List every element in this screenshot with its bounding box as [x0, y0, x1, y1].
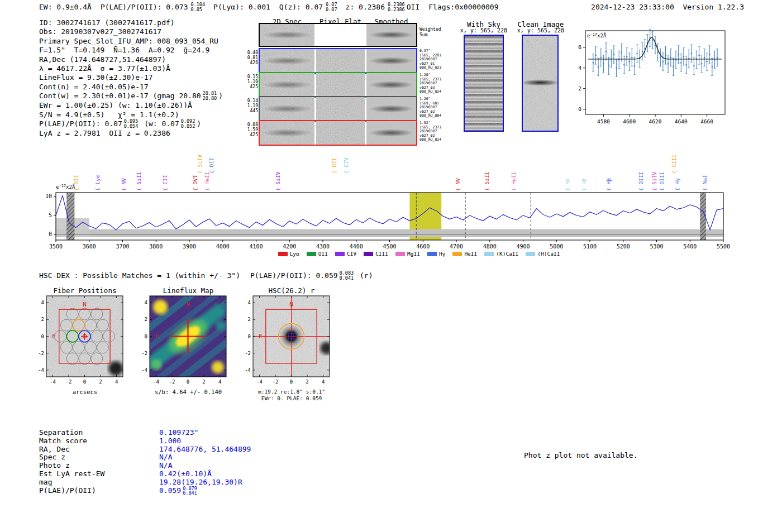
svg-text:N: N [289, 301, 293, 308]
svg-text:E: E [259, 333, 263, 340]
plae-poii-range: 0.1040.05 [190, 2, 205, 12]
legend-item: MgII [395, 251, 420, 257]
svg-text:2: 2 [578, 85, 581, 92]
svg-text:4700: 4700 [450, 243, 463, 250]
svg-text:N: N [186, 301, 190, 308]
header-line: EW: 0.9±0.4Å P(LAE)/P(OII): 0.073 0.1040… [39, 3, 507, 12]
obs-id: Obs: 20190307v027_3002741617 [39, 27, 223, 36]
svg-text:2: 2 [202, 379, 205, 385]
svg-text:-2: -2 [273, 379, 279, 385]
svg-text:{ NaI: { NaI [702, 175, 708, 191]
svg-text:5000: 5000 [550, 243, 563, 250]
svg-text:4000: 4000 [216, 243, 230, 250]
svg-text:0: 0 [145, 334, 147, 339]
svg-text:4600: 4600 [416, 243, 430, 250]
svg-text:-4: -4 [50, 379, 56, 385]
svg-text:{ Hδ: { Hδ [581, 178, 587, 191]
table-row: mag19.28(19.26,19.30)R [39, 478, 251, 487]
spec2d-row-border [259, 23, 417, 47]
svg-text:-2: -2 [141, 351, 147, 356]
table-plae-range: 0.0790.041 [183, 486, 197, 496]
svg-text:{ SiIV: { SiIV [197, 154, 203, 174]
legend-label: (K)CaII [496, 251, 518, 257]
svg-text:{ NV: { NV [455, 178, 461, 191]
legend-swatch [364, 252, 373, 256]
table-row: Photo zN/A [39, 462, 251, 470]
svg-text:4: 4 [41, 300, 44, 305]
svg-text:5200: 5200 [617, 243, 630, 250]
qz-range: 0.070.07 [326, 2, 337, 12]
redshift-solutions: LyA z = 2.7981 OII z = 0.2386 [39, 129, 223, 138]
svg-text:2: 2 [41, 317, 44, 322]
svg-text:2: 2 [145, 317, 147, 322]
svg-text:{ SiIV: { SiIV [275, 171, 281, 191]
table-row: P(LAE)/P(OII)0.0590.0790.041 [39, 487, 251, 496]
legend-label: Lyα [290, 251, 299, 257]
cont-n: Cont(n) = 2.40(±0.05)e-17 [39, 83, 223, 92]
legend-label: OII [318, 251, 328, 257]
svg-text:0: 0 [187, 379, 189, 385]
spec2d-row-border [259, 72, 417, 98]
svg-text:5: 5 [49, 212, 52, 218]
legend-label: MgII [407, 251, 420, 257]
legend-label: (H)CaII [537, 251, 560, 257]
table-row: RA, Dec174.648776, 51.464899 [39, 445, 251, 454]
svg-text:-4: -4 [256, 379, 263, 385]
lineflux-caption: s/b: 4.64 +/- 0.140 [138, 389, 239, 395]
wavelength-sigma: λ = 4617.22Å σ = 3.77(±1.03)Å [39, 64, 223, 73]
legend-swatch [335, 252, 345, 256]
spectrum-legend: LyαOIICIVCIIIMgIIHγHeII(K)CaII(H)CaII [246, 251, 592, 257]
weighted-sum-label: WeightedSum [419, 27, 441, 37]
legend-item: CIV [335, 251, 356, 257]
svg-text:4100: 4100 [249, 243, 263, 250]
lineflux-map-panel: NE-4-4-2-2002244 [134, 295, 230, 390]
legend-item: (H)CaII [526, 251, 560, 257]
svg-text:4600: 4600 [623, 118, 636, 124]
timestamp-version: 2024-12-23 23:33:00 Version 1.22.3 [591, 3, 744, 12]
table-row: Est LyA rest-EW0.42(±0.10)Å [39, 470, 251, 478]
svg-text:3800: 3800 [149, 243, 163, 250]
hsc-image-panel: NE-4-4-2-2002244 [237, 295, 333, 390]
svg-text:2: 2 [99, 379, 102, 385]
svg-text:4580: 4580 [597, 118, 610, 124]
svg-text:0: 0 [83, 379, 86, 385]
svg-text:10: 10 [45, 193, 52, 199]
svg-text:-4: -4 [141, 367, 147, 373]
match-table: Separation0.109723" Match score1.000 RA,… [39, 429, 251, 496]
svg-text:{ CII: { CII [162, 175, 168, 191]
svg-text:e-17x2Å: e-17x2Å [587, 32, 607, 39]
spec2d-row-border [259, 48, 417, 74]
svg-text:4620: 4620 [649, 118, 662, 124]
legend-swatch [427, 252, 437, 256]
qz-value: Q(z): 0.07 [279, 3, 323, 12]
svg-text:{ HeII: { HeII [511, 172, 517, 191]
hsc-plae-filter: (r) [355, 271, 373, 280]
legend-swatch [526, 252, 535, 256]
svg-text:{ CIII: { CIII [671, 155, 677, 174]
svg-text:4660: 4660 [700, 118, 713, 124]
svg-text:E: E [155, 333, 159, 340]
flags-value: Flags:0x00000009 [428, 3, 498, 12]
svg-text:{ OII: { OII [73, 175, 79, 191]
svg-text:{ SiII: { SiII [136, 172, 142, 191]
svg-text:3500: 3500 [49, 243, 63, 250]
svg-text:4: 4 [145, 300, 147, 305]
svg-text:4: 4 [322, 379, 325, 385]
svg-text:4: 4 [248, 300, 251, 305]
svg-text:{ CIV: { CIV [343, 157, 349, 174]
lineflux-map-title: Lineflux Map [138, 286, 239, 295]
svg-text:5400: 5400 [683, 243, 697, 250]
svg-text:N: N [83, 301, 87, 308]
svg-text:0: 0 [578, 106, 581, 112]
detection-info-block: ID: 3002741617 (3002741617.pdf) Obs: 201… [39, 18, 223, 138]
with-sky-coords: x, y: 565, 228 [456, 27, 512, 33]
svg-text:3600: 3600 [83, 243, 96, 250]
svg-text:3900: 3900 [183, 243, 196, 250]
hsc-plae-range: 0.0830.041 [340, 271, 354, 280]
fiber-positions-panel: NE-4-4-2-2002244 [31, 295, 127, 390]
svg-text:{ SiIV: { SiIV [651, 171, 657, 191]
table-row: Spec zN/A [39, 453, 251, 462]
legend-label: CIV [347, 251, 356, 257]
full-spectrum-plot: 3500360037003800390040004100420043004400… [34, 144, 754, 258]
svg-text:4640: 4640 [675, 118, 688, 124]
